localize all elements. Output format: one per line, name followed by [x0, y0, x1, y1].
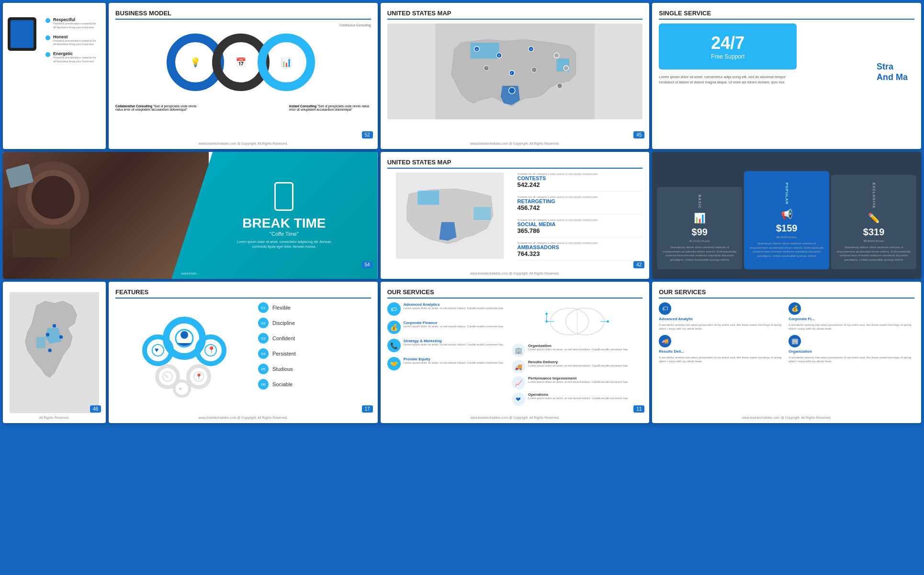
feature-label: Confident	[272, 335, 295, 341]
slide-body: Lorem ipsum dolor sit amet, consectetur …	[659, 74, 797, 85]
pricing-basic: BASIC 📊 $99 $1,013/2.5/User Seamlessly d…	[657, 187, 742, 269]
usa-map-small	[387, 172, 513, 264]
hero-box: 24/7 Free Support	[659, 23, 797, 69]
stat-number: 456.742	[517, 204, 642, 211]
feature-label: Studious	[272, 366, 293, 372]
service-title: Corporate Fi...	[789, 317, 814, 321]
service-item: 🏢 Organization A wonderful serenity has …	[789, 335, 914, 364]
slide-5: BREAK TIME "Coffe Time" Lorem ipsum dolo…	[3, 152, 378, 279]
svg-point-7	[554, 53, 559, 58]
gears-graphic: ♥ 📍 ✎ 📍 ♥	[115, 302, 253, 398]
plan-icon: 📊	[694, 212, 706, 224]
feature-label: Flexible	[272, 305, 291, 310]
usa-map-svg: in V Y! f	[387, 23, 643, 119]
brain-graphic	[512, 302, 642, 341]
slide-8: 46 All Rights Reserved.	[3, 282, 106, 423]
usa-map: in V Y! f	[387, 23, 643, 119]
slide-number: 46	[90, 405, 101, 413]
slide-number: 42	[633, 261, 644, 268]
svg-text:✎: ✎	[164, 373, 169, 380]
stat-item: Suitable for all category Lorem ipsum is…	[517, 218, 642, 238]
plan-icon: 📢	[781, 208, 793, 220]
footer: All Rights Reserved.	[39, 416, 69, 419]
dot-icon	[45, 52, 50, 57]
footer: www.brain...	[181, 272, 199, 275]
service-icon: 🏢	[512, 344, 525, 357]
svg-point-23	[180, 331, 188, 339]
stat-number: 542.242	[517, 181, 642, 188]
usa-map-svg	[387, 172, 513, 259]
plan-period: $9,893/5.5/User	[864, 240, 884, 242]
hero-number: 24/7	[668, 33, 787, 53]
plan-desc: Seamlessly deliver client-centered metho…	[661, 245, 738, 262]
footer: www.braintechalides.com @ Copyright. All…	[470, 272, 560, 275]
svg-text:📍: 📍	[195, 373, 203, 380]
service-title: Corporate Finance	[404, 321, 504, 325]
plan-price: $319	[863, 227, 885, 238]
stat-name: CONTESTS	[517, 175, 642, 181]
service-icon: 🏷	[387, 302, 401, 316]
slide-number: 54	[362, 261, 373, 268]
circles-graphic: 💡 📅 📊	[162, 29, 325, 96]
item-body: Powerful presentation material for all b…	[53, 56, 99, 64]
service-text: Lorem ipsum dolor sit amet, ut mel eimod…	[404, 307, 504, 310]
svg-point-36	[174, 381, 190, 396]
break-subtitle: "Coffe Time"	[270, 231, 299, 237]
service-item: 🏷 Advanced Analytic A wonderful serenity…	[659, 302, 785, 331]
circle-3: 📊	[258, 34, 315, 91]
svg-point-20	[48, 348, 51, 352]
svg-point-38	[551, 308, 589, 335]
svg-text:📍: 📍	[207, 346, 216, 354]
feature-number: 03	[258, 333, 269, 344]
service-text: Lorem ipsum dolor sit amet, ut mel eimod…	[528, 364, 629, 368]
services-grid: 🏷 Advanced Analytic A wonderful serenity…	[659, 302, 914, 364]
svg-point-44	[545, 313, 548, 315]
slide-title: SINGLE SERVICE	[659, 10, 914, 20]
stat-name: RETARGETING	[517, 198, 642, 204]
item-title: Energetic	[53, 51, 99, 56]
footer: www.braintechalides.com @ Copyright. All…	[198, 142, 288, 145]
slide-number: 17	[362, 405, 373, 413]
plan-price: $99	[692, 227, 708, 238]
slide-title: OUR SERVICES	[659, 288, 914, 299]
stat-number: 365.786	[517, 227, 642, 234]
label-heading: Collaborative Consulting	[115, 104, 152, 108]
stat-item: Suitable for all category Lorem ipsum is…	[517, 196, 642, 215]
service-right-item: 🏢 Organization Lorem ipsum dolor sit ame…	[512, 344, 642, 357]
slide-title: UNITED STATES MAP	[387, 159, 643, 169]
feature-number: 05	[258, 364, 269, 374]
service-right-item: ❤ Operations Lorem ipsum dolor sit amet,…	[512, 392, 642, 406]
plan-desc: Seamlessly deliver client-centered metho…	[748, 242, 825, 258]
footer: www.braintechalides.com @ Copyright. All…	[742, 416, 832, 419]
service-title: Results Delivery	[528, 360, 629, 364]
feature-item: 04 Persistent	[258, 348, 371, 359]
gears-svg: ♥ 📍 ✎ 📍 ♥	[115, 302, 253, 398]
service-title: Organization	[789, 349, 812, 354]
plan-desc: Seamlessly deliver client-centered metho…	[835, 245, 913, 262]
service-text: Lorem ipsum dolor sit amet, ut mel eimod…	[404, 343, 504, 347]
svg-point-11	[508, 87, 515, 93]
feature-label: Persistent	[272, 351, 296, 356]
service-right-item: 📈 Performance Improvement Lorem ipsum do…	[512, 376, 642, 390]
plan-label: EXCLUSIVE	[872, 183, 876, 208]
service-title: Strategy & Marketing	[404, 339, 504, 343]
footer: www.braintechalides.com @ Copyright. All…	[470, 142, 560, 145]
slide-number: 52	[362, 131, 373, 138]
europe-map-svg	[10, 288, 99, 417]
service-text: A wonderful serenity has taken possessio…	[659, 323, 785, 331]
feature-number: 02	[258, 318, 269, 328]
footer: www.braintechalides.com @ Copyright. All…	[470, 416, 560, 419]
feature-item: 01 Flexible	[258, 302, 371, 313]
svg-point-8	[509, 70, 514, 76]
list-item: Respectful Powerful presentation materia…	[45, 17, 99, 30]
service-item: 🤝 Provate Equity Lorem ipsum dolor sit a…	[387, 357, 508, 370]
stats-list: Suitable for all category Lorem ipsum is…	[517, 172, 642, 264]
slide-title: OUR SERVICES	[387, 288, 643, 299]
slide-title: UNITED STATES MAP	[387, 10, 643, 20]
stat-name: SOCIAL MEDIA	[517, 221, 642, 227]
service-text: Lorem ipsum dolor sit amet, ut mel eimod…	[404, 325, 504, 329]
plan-label: BASIC	[698, 195, 702, 209]
svg-point-10	[563, 66, 569, 71]
service-item: 🚚 Results Deli... A wonderful serenity h…	[659, 335, 785, 364]
service-icon: 💰	[387, 321, 401, 334]
